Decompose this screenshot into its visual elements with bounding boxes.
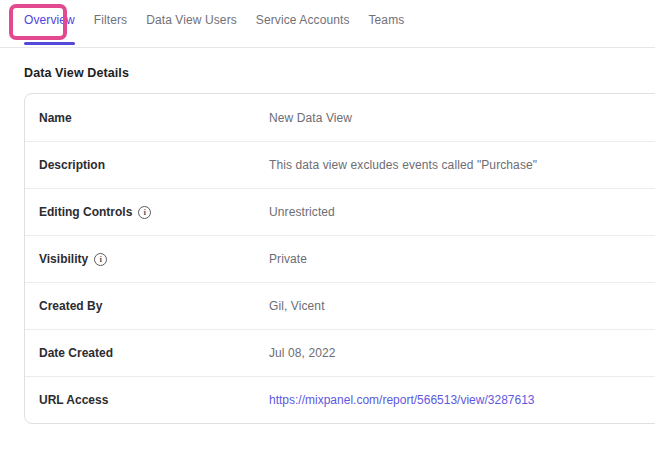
row-value-name: New Data View: [269, 111, 352, 125]
row-label-wrap: Date Created: [25, 346, 269, 360]
row-label-url-access: URL Access: [39, 393, 108, 407]
row-value-visibility: Private: [269, 252, 307, 266]
row-label-visibility: Visibility: [39, 252, 88, 266]
row-label-wrap: Created By: [25, 299, 269, 313]
row-label-name: Name: [39, 111, 72, 125]
row-label-wrap: Visibility i: [25, 252, 269, 266]
row-value-date-created: Jul 08, 2022: [269, 346, 336, 360]
row-label-wrap: URL Access: [25, 393, 269, 407]
active-tab-underline: [24, 42, 75, 45]
detail-row-date-created: Date Created Jul 08, 2022: [25, 329, 655, 376]
tab-overview[interactable]: Overview: [24, 13, 75, 48]
row-label-wrap: Name: [25, 111, 269, 125]
row-label-wrap: Editing Controls i: [25, 205, 269, 219]
detail-row-visibility: Visibility i Private: [25, 235, 655, 282]
tab-service-accounts-label: Service Accounts: [256, 13, 350, 27]
row-value-editing-controls: Unrestricted: [269, 205, 335, 219]
row-value-created-by: Gil, Vicent: [269, 299, 325, 313]
tab-filters-label: Filters: [94, 13, 127, 27]
url-access-link[interactable]: https://mixpanel.com/report/566513/view/…: [269, 393, 535, 407]
detail-row-name: Name New Data View: [25, 94, 655, 141]
detail-row-description: Description This data view excludes even…: [25, 141, 655, 188]
info-icon[interactable]: i: [138, 206, 151, 219]
tab-service-accounts[interactable]: Service Accounts: [256, 13, 350, 48]
detail-row-url-access: URL Access https://mixpanel.com/report/5…: [25, 376, 655, 423]
row-label-description: Description: [39, 158, 105, 172]
section-title: Data View Details: [24, 66, 655, 80]
detail-row-editing-controls: Editing Controls i Unrestricted: [25, 188, 655, 235]
info-icon[interactable]: i: [94, 253, 107, 266]
tab-data-view-users-label: Data View Users: [146, 13, 237, 27]
row-label-wrap: Description: [25, 158, 269, 172]
tab-teams[interactable]: Teams: [369, 13, 405, 48]
tab-bar: Overview Filters Data View Users Service…: [0, 0, 655, 48]
page: Overview Filters Data View Users Service…: [0, 0, 655, 466]
detail-row-created-by: Created By Gil, Vicent: [25, 282, 655, 329]
row-label-created-by: Created By: [39, 299, 102, 313]
row-value-description: This data view excludes events called "P…: [269, 158, 537, 172]
tab-filters[interactable]: Filters: [94, 13, 127, 48]
tab-teams-label: Teams: [369, 13, 405, 27]
details-card: Name New Data View Description This data…: [24, 93, 655, 424]
row-label-date-created: Date Created: [39, 346, 113, 360]
row-label-editing-controls: Editing Controls: [39, 205, 132, 219]
tab-data-view-users[interactable]: Data View Users: [146, 13, 237, 48]
tab-overview-label: Overview: [24, 13, 75, 27]
